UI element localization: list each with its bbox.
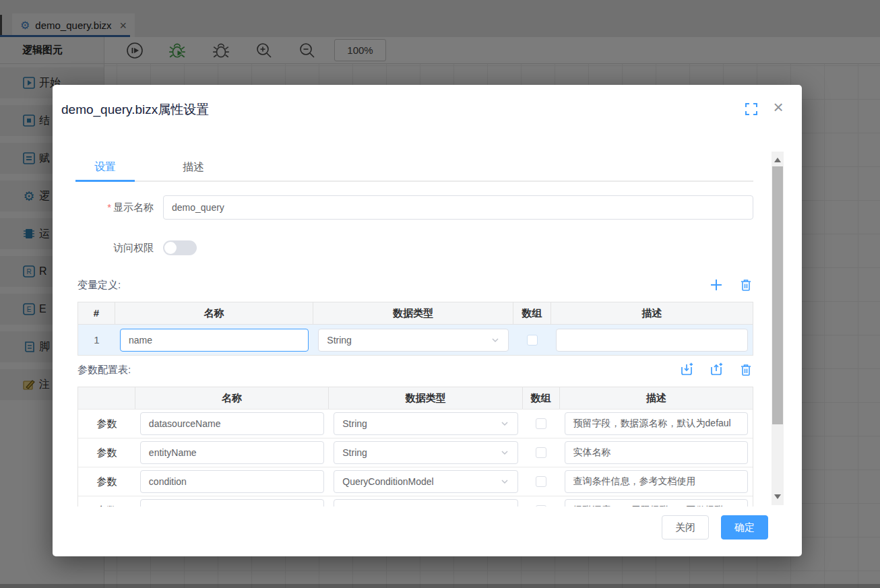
tab-description[interactable]: 描述 bbox=[164, 158, 223, 181]
confirm-button[interactable]: 确定 bbox=[721, 515, 768, 540]
param-type-select[interactable]: String bbox=[334, 441, 517, 464]
variables-section-label: 变量定义: bbox=[77, 279, 121, 292]
param-row-datasourceName: 参数 datasourceName String 预留字段，数据源名称，默认为d… bbox=[78, 409, 753, 438]
row-tag: 参数 bbox=[96, 418, 117, 430]
dialog-tabs: 设置 描述 bbox=[75, 158, 753, 182]
chevron-down-icon bbox=[500, 448, 509, 457]
params-table-header: 名称 数据类型 数组 描述 bbox=[78, 387, 753, 409]
close-button[interactable]: 关闭 bbox=[662, 515, 709, 540]
display-name-row: *显示名称 demo_query bbox=[53, 195, 767, 220]
array-checkbox[interactable] bbox=[536, 418, 546, 429]
col-header-array: 数组 bbox=[523, 387, 560, 409]
variables-table: # 名称 数据类型 数组 描述 1 name String bbox=[77, 302, 753, 356]
properties-dialog: demo_query.bizx属性设置 × 设置 描述 *显示名称 demo_q… bbox=[53, 85, 802, 556]
param-desc-input[interactable]: 级联深度，-1 无限级联；0 不做级联 bbox=[565, 499, 748, 507]
array-checkbox[interactable] bbox=[536, 505, 546, 507]
dialog-scrollbar[interactable] bbox=[772, 152, 784, 505]
row-tag: 参数 bbox=[96, 476, 117, 488]
col-header-blank bbox=[78, 387, 135, 409]
param-type-select[interactable]: String bbox=[334, 412, 517, 435]
chevron-down-icon bbox=[491, 335, 500, 345]
param-desc-input[interactable]: 预留字段，数据源名称，默认为defaul bbox=[565, 412, 748, 435]
variable-type-select[interactable]: String bbox=[318, 329, 508, 352]
param-desc-input[interactable]: 查询条件信息，参考文档使用 bbox=[565, 470, 748, 493]
col-header-name: 名称 bbox=[115, 302, 313, 324]
params-section-label: 参数配置表: bbox=[77, 364, 131, 377]
display-name-input[interactable]: demo_query bbox=[163, 195, 753, 220]
row-index: 1 bbox=[94, 334, 99, 346]
col-header-array: 数组 bbox=[513, 302, 551, 324]
param-row-condition: 参数 condition QueryConditionModel 查询条件信息，… bbox=[78, 467, 753, 496]
plus-icon[interactable] bbox=[709, 277, 724, 292]
param-name-input[interactable]: datasourceName bbox=[140, 412, 324, 435]
param-name-input[interactable]: condition bbox=[140, 470, 324, 493]
col-header-type: 数据类型 bbox=[329, 387, 522, 409]
required-mark: * bbox=[107, 201, 111, 213]
param-type-select[interactable]: QueryConditionModel bbox=[334, 470, 517, 493]
variable-name-input[interactable]: name bbox=[120, 329, 309, 352]
dialog-title: demo_query.bizx属性设置 bbox=[61, 101, 209, 119]
toggle-knob bbox=[164, 242, 177, 254]
params-actions bbox=[679, 362, 753, 377]
import-icon[interactable] bbox=[679, 362, 694, 377]
screen: ⚙ demo_query.bizx × 逻辑图元 100% 开始 bbox=[0, 0, 880, 588]
col-header-desc: 描述 bbox=[551, 302, 753, 324]
params-table: 名称 数据类型 数组 描述 参数 datasourceName String 预… bbox=[77, 387, 753, 507]
variable-row: 1 name String bbox=[78, 324, 753, 355]
export-icon[interactable] bbox=[709, 362, 724, 377]
access-row: 访问权限 bbox=[53, 240, 767, 256]
param-name-input[interactable]: entityName bbox=[140, 441, 324, 464]
row-tag: 参数 bbox=[96, 447, 117, 459]
bottom-edge-strip bbox=[0, 584, 880, 588]
param-name-input[interactable]: cascadeDeep bbox=[140, 499, 324, 507]
col-header-name: 名称 bbox=[135, 387, 329, 409]
trash-icon[interactable] bbox=[738, 362, 753, 377]
access-label: 访问权限 bbox=[53, 242, 154, 255]
array-checkbox[interactable] bbox=[527, 335, 538, 346]
trash-icon[interactable] bbox=[738, 277, 753, 292]
scroll-down-arrow-icon[interactable] bbox=[774, 494, 781, 499]
scrollbar-thumb[interactable] bbox=[772, 166, 783, 424]
col-header-desc: 描述 bbox=[560, 387, 753, 409]
params-section-header: 参数配置表: bbox=[77, 362, 753, 377]
variable-desc-input[interactable] bbox=[556, 329, 748, 352]
scroll-up-arrow-icon[interactable] bbox=[774, 158, 781, 162]
col-header-type: 数据类型 bbox=[313, 302, 513, 324]
variables-table-header: # 名称 数据类型 数组 描述 bbox=[78, 302, 753, 324]
array-checkbox[interactable] bbox=[536, 476, 546, 487]
tab-settings[interactable]: 设置 bbox=[75, 158, 135, 181]
param-type-select[interactable]: Int bbox=[334, 499, 517, 507]
variables-actions bbox=[709, 277, 753, 292]
col-header-index: # bbox=[78, 302, 115, 324]
variables-section-header: 变量定义: bbox=[77, 277, 753, 292]
dialog-body: 设置 描述 *显示名称 demo_query 访问权限 变量定义: bbox=[53, 150, 767, 507]
chevron-down-icon bbox=[500, 419, 509, 428]
access-toggle[interactable] bbox=[163, 240, 197, 255]
display-name-label: *显示名称 bbox=[53, 201, 154, 214]
param-desc-input[interactable]: 实体名称 bbox=[565, 441, 748, 464]
array-checkbox[interactable] bbox=[536, 447, 546, 458]
row-tag: 参数 bbox=[96, 504, 117, 507]
param-row-cascadeDeep: 参数 cascadeDeep Int 级联深度，-1 无限级联；0 不做级联 bbox=[78, 496, 753, 507]
param-row-entityName: 参数 entityName String 实体名称 bbox=[78, 438, 753, 467]
chevron-down-icon bbox=[500, 506, 509, 507]
fullscreen-icon[interactable] bbox=[744, 102, 759, 117]
close-icon[interactable]: × bbox=[769, 98, 787, 116]
chevron-down-icon bbox=[500, 477, 509, 486]
